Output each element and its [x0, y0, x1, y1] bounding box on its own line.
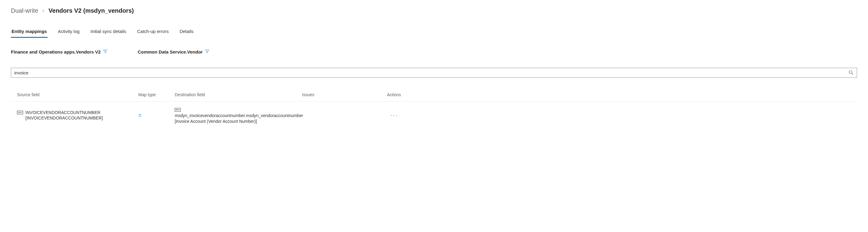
search-input[interactable] — [11, 68, 857, 78]
header-destination-field[interactable]: Destination field — [175, 92, 302, 97]
entity-sources: Finance and Operations apps.Vendors V2 C… — [11, 38, 857, 54]
breadcrumb-parent[interactable]: Dual-write — [11, 7, 38, 14]
more-actions-button[interactable]: ··· — [387, 112, 398, 118]
tab-details[interactable]: Details — [179, 27, 194, 38]
equals-icon: = — [138, 112, 142, 118]
breadcrumb-current: Vendors V2 (msdyn_vendors) — [49, 7, 134, 14]
header-actions[interactable]: Actions — [387, 92, 857, 97]
source-field-cell: Abc INVOICEVENDORACCOUNTNUMBER [INVOICEV… — [17, 110, 138, 121]
destination-field-cell: Abc msdyn_invoicevendoraccountnumber.msd… — [175, 107, 302, 124]
svg-line-1 — [852, 73, 854, 75]
table-header: Source field Map type Destination field … — [11, 92, 857, 102]
mappings-table: Source field Map type Destination field … — [11, 92, 857, 125]
tab-catch-up-errors[interactable]: Catch-up errors — [136, 27, 169, 38]
abc-icon: Abc — [175, 108, 181, 112]
breadcrumb: Dual-write Vendors V2 (msdyn_vendors) — [11, 0, 857, 20]
destination-field-text: msdyn_invoicevendoraccountnumber.msdyn_v… — [175, 113, 296, 124]
actions-cell: ··· — [387, 112, 857, 119]
header-map-type[interactable]: Map type — [138, 92, 175, 97]
abc-icon: Abc — [17, 111, 23, 114]
source-field-text: INVOICEVENDORACCOUNTNUMBER [INVOICEVENDO… — [26, 110, 138, 121]
header-issues[interactable]: Issues — [302, 92, 387, 97]
search-container — [11, 68, 857, 78]
entity-source-cds-label: Common Data Service.Vendor — [138, 49, 203, 54]
entity-source-fo: Finance and Operations apps.Vendors V2 — [11, 49, 107, 54]
tabs: Entity mappings Activity log Initial syn… — [11, 20, 857, 38]
entity-source-cds: Common Data Service.Vendor — [138, 49, 209, 54]
filter-icon[interactable] — [103, 49, 107, 54]
header-source-field[interactable]: Source field — [17, 92, 138, 97]
filter-icon[interactable] — [205, 49, 209, 54]
chevron-right-icon — [42, 8, 45, 13]
search-icon[interactable] — [848, 70, 854, 76]
entity-source-fo-label: Finance and Operations apps.Vendors V2 — [11, 49, 101, 54]
tab-activity-log[interactable]: Activity log — [57, 27, 81, 38]
tab-initial-sync-details[interactable]: Initial sync details — [90, 27, 127, 38]
tab-entity-mappings[interactable]: Entity mappings — [11, 27, 48, 38]
svg-point-0 — [849, 71, 852, 74]
map-type-cell[interactable]: = — [138, 112, 175, 119]
table-row[interactable]: Abc INVOICEVENDORACCOUNTNUMBER [INVOICEV… — [11, 102, 857, 125]
